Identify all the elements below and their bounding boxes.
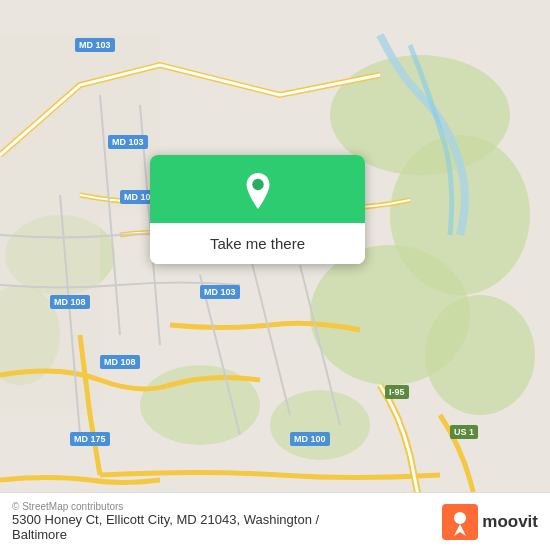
map-container: MD 103 MD 103 MD 103 MD 104 MD 108 MD 10… [0,0,550,550]
popup-header [150,155,365,223]
svg-rect-8 [0,35,160,215]
svg-point-10 [252,179,263,190]
address-line1: 5300 Honey Ct, Ellicott City, MD 21043, … [12,512,319,527]
map-svg [0,0,550,550]
location-pin-icon [240,173,276,209]
info-bar: © StreetMap contributors 5300 Honey Ct, … [0,492,550,550]
moovit-logo: moovit [442,504,538,540]
svg-point-7 [270,390,370,460]
streetmap-credit: © StreetMap contributors [12,501,319,512]
road-label-md100: MD 100 [290,432,330,446]
location-popup: Take me there [150,155,365,264]
road-label-md103-3: MD 103 [200,285,240,299]
road-label-md108-1: MD 108 [50,295,90,309]
address-line2: Baltimore [12,527,319,542]
moovit-logo-icon [442,504,478,540]
road-label-us1: US 1 [450,425,478,439]
road-label-i95: I-95 [385,385,409,399]
address-block: © StreetMap contributors 5300 Honey Ct, … [12,501,319,542]
take-me-there-button[interactable]: Take me there [150,223,365,264]
road-label-md103-1: MD 103 [75,38,115,52]
road-label-md108-2: MD 108 [100,355,140,369]
svg-point-12 [454,512,466,524]
moovit-label: moovit [482,512,538,532]
road-label-md175: MD 175 [70,432,110,446]
svg-point-3 [425,295,535,415]
road-label-md103-2: MD 103 [108,135,148,149]
